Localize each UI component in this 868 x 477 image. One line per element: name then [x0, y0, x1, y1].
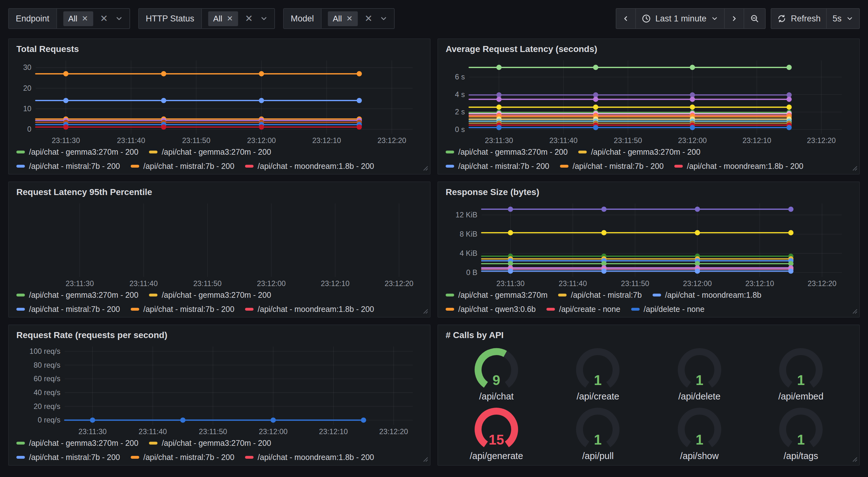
legend-item[interactable]: /api/chat - mistral:7b - 200: [131, 305, 234, 314]
gauge-api-generate: 15/api/generate: [446, 402, 547, 462]
y-axis-tick-label: 4 KiB: [460, 249, 477, 258]
legend-item[interactable]: /api/chat - moondream:1.8b - 200: [245, 305, 374, 314]
y-axis-tick-label: 0 req/s: [38, 416, 60, 424]
chart-legend: /api/chat - gemma3:270m - 200/api/chat -…: [17, 439, 422, 462]
legend-swatch: [653, 294, 661, 296]
y-axis-tick-label: 4 s: [455, 90, 465, 99]
panel-title[interactable]: Request Latency 95th Percentile: [17, 187, 422, 197]
timeseries-chart[interactable]: 23:11:3023:11:4023:11:5023:12:0023:12:10…: [17, 200, 422, 289]
filter-chip[interactable]: All ✕: [63, 11, 93, 26]
timeseries-chart[interactable]: 23:11:3023:11:4023:11:5023:12:0023:12:10…: [17, 343, 422, 437]
legend-row: /api/chat - mistral:7b - 200/api/chat - …: [17, 305, 422, 314]
remove-chip-icon[interactable]: ✕: [82, 15, 88, 22]
data-point: [508, 207, 513, 212]
refresh-button[interactable]: Refresh: [771, 8, 827, 29]
y-axis-tick-label: 0 B: [466, 268, 477, 277]
legend-label: /api/create - none: [559, 305, 620, 314]
legend-item[interactable]: /api/chat - moondream:1.8b - 200: [245, 161, 374, 171]
panel-resize-handle[interactable]: [422, 455, 428, 464]
legend-item[interactable]: /api/chat - moondream:1.8b - 200: [245, 453, 374, 462]
chevron-down-icon[interactable]: [115, 14, 123, 23]
filter-chip[interactable]: All ✕: [208, 11, 238, 26]
legend-item[interactable]: /api/chat - gemma3:270m - 200: [17, 147, 138, 157]
filter-value-model[interactable]: All ✕ ✕: [321, 9, 394, 28]
filter-value-endpoint[interactable]: All ✕ ✕: [57, 9, 129, 28]
legend-item[interactable]: /api/chat - mistral:7b - 200: [17, 161, 120, 171]
panel-request-rate: Request Rate (requests per second) 23:11…: [8, 325, 431, 466]
panel-resize-handle[interactable]: [851, 455, 858, 464]
x-axis-tick-label: 23:12:10: [745, 279, 774, 288]
legend-item[interactable]: /api/chat - gemma3:270m - 200: [446, 147, 567, 157]
gauge-arc: 1: [561, 403, 634, 451]
legend-label: /api/chat - mistral:7b - 200: [458, 161, 549, 171]
filter-chip[interactable]: All ✕: [328, 11, 358, 26]
legend-item[interactable]: /api/chat - gemma3:270m - 200: [149, 291, 271, 300]
panel-resize-handle[interactable]: [851, 307, 858, 316]
gauge-grid: 9/api/chat1/api/create1/api/delete1/api/…: [446, 343, 851, 462]
legend-row: /api/chat - gemma3:270m - 200/api/chat -…: [17, 439, 422, 448]
clear-filter-icon[interactable]: ✕: [245, 14, 253, 23]
legend-item[interactable]: /api/chat - mistral:7b - 200: [17, 305, 120, 314]
legend-item[interactable]: /api/chat - gemma3:270m - 200: [17, 291, 138, 300]
panel-title[interactable]: Response Size (bytes): [446, 187, 851, 197]
y-axis-tick-label: 0: [27, 125, 31, 133]
panel-title[interactable]: Average Request Latency (seconds): [446, 44, 851, 54]
clear-filter-icon[interactable]: ✕: [100, 14, 108, 23]
y-axis-tick-label: 0 s: [455, 125, 465, 133]
legend-item[interactable]: /api/chat - gemma3:270m: [446, 291, 547, 300]
time-shift-forward-button[interactable]: [724, 8, 744, 29]
legend-item[interactable]: /api/chat - mistral:7b - 200: [17, 453, 120, 462]
panel-resize-handle[interactable]: [422, 307, 428, 316]
timeseries-chart[interactable]: 23:11:3023:11:4023:11:5023:12:0023:12:10…: [446, 200, 851, 289]
legend-item[interactable]: /api/chat - mistral:7b - 200: [560, 161, 663, 171]
chevron-down-icon[interactable]: [379, 14, 388, 23]
legend-item[interactable]: /api/chat - moondream:1.8b - 200: [674, 161, 803, 171]
legend-item[interactable]: /api/chat - gemma3:270m - 200: [149, 439, 271, 448]
chevron-down-icon[interactable]: [260, 14, 268, 23]
x-axis-tick-label: 23:12:10: [742, 137, 771, 145]
legend-item[interactable]: /api/chat - qwen3:0.6b: [446, 305, 536, 314]
data-point: [356, 71, 362, 77]
panel-resize-handle[interactable]: [422, 164, 428, 172]
panel-title[interactable]: # Calls by API: [446, 330, 851, 340]
panel-resize-handle[interactable]: [851, 164, 858, 172]
data-point: [496, 105, 502, 110]
panel-title[interactable]: Total Requests: [17, 44, 422, 54]
legend-swatch: [17, 456, 25, 459]
time-range-picker[interactable]: Last 1 minute: [635, 8, 725, 29]
zoom-out-time-button[interactable]: [744, 8, 766, 29]
clear-filter-icon[interactable]: ✕: [365, 14, 373, 23]
timeseries-chart[interactable]: 23:11:3023:11:4023:11:5023:12:0023:12:10…: [446, 57, 851, 146]
refresh-icon: [777, 14, 786, 23]
time-shift-back-button[interactable]: [616, 8, 636, 29]
data-point: [496, 97, 502, 102]
remove-chip-icon[interactable]: ✕: [227, 15, 233, 22]
legend-item[interactable]: /api/delete - none: [631, 305, 705, 314]
data-point: [63, 124, 69, 130]
legend-item[interactable]: /api/chat - gemma3:270m - 200: [149, 147, 271, 157]
legend-label: /api/chat - moondream:1.8b: [665, 291, 762, 300]
x-axis-tick-label: 23:11:50: [621, 279, 649, 288]
legend-label: /api/chat - gemma3:270m - 200: [29, 291, 138, 300]
legend-item[interactable]: /api/chat - mistral:7b - 200: [446, 161, 549, 171]
data-point: [601, 230, 607, 235]
gauge-value: 1: [695, 372, 703, 388]
panel-title[interactable]: Request Rate (requests per second): [17, 330, 422, 340]
legend-label: /api/chat - gemma3:270m - 200: [29, 147, 138, 157]
filter-endpoint: Endpoint All ✕ ✕: [8, 8, 130, 29]
refresh-interval-picker[interactable]: 5s: [826, 8, 860, 29]
panel-response-size: Response Size (bytes) 23:11:3023:11:4023…: [437, 181, 860, 318]
legend-item[interactable]: /api/chat - mistral:7b: [558, 291, 642, 300]
legend-item[interactable]: /api/chat - mistral:7b - 200: [131, 453, 234, 462]
legend-item[interactable]: /api/chat - mistral:7b - 200: [131, 161, 234, 171]
gauge-value: 1: [594, 372, 601, 388]
legend-item[interactable]: /api/chat - gemma3:270m - 200: [17, 439, 138, 448]
remove-chip-icon[interactable]: ✕: [346, 15, 352, 22]
legend-item[interactable]: /api/chat - moondream:1.8b: [653, 291, 762, 300]
timeseries-chart[interactable]: 23:11:3023:11:4023:11:5023:12:0023:12:10…: [17, 57, 422, 146]
legend-item[interactable]: /api/chat - gemma3:270m - 200: [578, 147, 700, 157]
gauge-label: /api/generate: [470, 451, 523, 461]
gauge-label: /api/create: [577, 391, 619, 402]
filter-value-http-status[interactable]: All ✕ ✕: [202, 9, 274, 28]
legend-item[interactable]: /api/create - none: [547, 305, 620, 314]
